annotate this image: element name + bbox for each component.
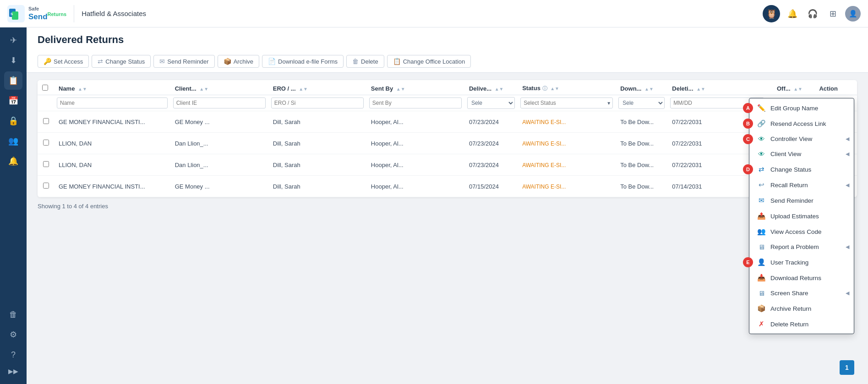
delete-return-icon: ✗ [757, 320, 766, 328]
sidebar-item-help[interactable]: ? [4, 346, 22, 364]
change-status-button[interactable]: ⇄ Change Status [92, 55, 151, 68]
sidebar-item-calendar[interactable]: 📅 [4, 92, 22, 110]
badge-b: B [743, 119, 753, 129]
owl-icon[interactable]: 🦉 [763, 5, 780, 22]
row-4-checkbox[interactable] [43, 183, 49, 189]
submenu-arrow-client: ◀ [846, 151, 849, 157]
header-ero[interactable]: ERO / ... ▲▼ [268, 80, 366, 95]
row-4-client: GE Money ... [170, 176, 268, 197]
deletion-sort-icon: ▲▼ [696, 87, 705, 92]
row-1-checkbox[interactable] [43, 118, 49, 124]
menu-item-screen-share[interactable]: 🖥 Screen Share ◀ [749, 286, 854, 301]
menu-screen-share-label: Screen Share [770, 290, 808, 297]
sidebar-expand-button[interactable]: ▶▶ [4, 366, 22, 377]
access-code-icon: 👥 [757, 227, 766, 236]
header-sent-by[interactable]: Sent By ▲▼ [366, 80, 464, 95]
sidebar-item-returns[interactable]: 📋 [4, 71, 22, 90]
menu-item-view-access-code[interactable]: 👥 View Access Code [749, 224, 854, 239]
page-number[interactable]: 1 [840, 360, 854, 375]
delete-button[interactable]: 🗑 Delete [346, 55, 384, 68]
link-icon: 🔗 [757, 119, 766, 128]
header-name[interactable]: Name ▲▼ [54, 80, 170, 95]
sidebar-item-lock[interactable]: 🔒 [4, 112, 22, 130]
set-access-button[interactable]: 🔑 Set Access [38, 55, 89, 68]
row-4-ero: Dill, Sarah [268, 176, 366, 197]
menu-item-delete-return[interactable]: ✗ Delete Return [749, 316, 854, 332]
select-all-checkbox[interactable] [42, 85, 48, 91]
recall-icon: ↩ [757, 181, 766, 189]
header-client[interactable]: Client... ▲▼ [170, 80, 268, 95]
change-status-menu-icon: ⇄ [757, 165, 766, 173]
menu-item-user-tracking[interactable]: E 👤 User Tracking [749, 254, 854, 270]
menu-item-upload-estimates[interactable]: 📤 Upload Estimates [749, 208, 854, 224]
toolbar: 🔑 Set Access ⇄ Change Status ✉ Send Remi… [38, 51, 857, 72]
row-3-checkbox[interactable] [43, 161, 49, 167]
menu-item-send-reminder[interactable]: ✉ Send Reminder [749, 193, 854, 208]
user-avatar-nav[interactable]: 👤 [845, 6, 861, 22]
set-access-label: Set Access [54, 58, 83, 65]
sidebar-item-send[interactable]: ✈ [4, 31, 22, 49]
header-deletion[interactable]: Deleti... ▲▼ [667, 80, 772, 95]
sidebar-item-inbox[interactable]: ⬇ [4, 51, 22, 70]
download-eform-icon: 📄 [268, 58, 276, 65]
row-1-client: GE Money ... [170, 111, 268, 133]
status-info-icon: ⓘ [542, 86, 547, 91]
pagination-area: 1 [840, 360, 854, 375]
header-delivered[interactable]: Delive... ▲▼ [464, 80, 518, 95]
menu-recall-return-label: Recall Return [770, 182, 808, 189]
menu-item-download-returns[interactable]: 📥 Download Returns [749, 270, 854, 286]
row-3-status: AWAITING E-SI... [518, 154, 616, 176]
logo-area: S Safe SendReturns [7, 5, 74, 22]
menu-item-archive-return[interactable]: 📦 Archive Return [749, 301, 854, 316]
badge-a: A [743, 103, 753, 113]
menu-item-resend-access-link[interactable]: B 🔗 Resend Access Link [749, 116, 854, 131]
menu-item-change-status[interactable]: D ⇄ Change Status [749, 162, 854, 177]
download-eform-label: Download e-file Forms [278, 58, 338, 65]
row-2-checkbox[interactable] [43, 140, 49, 146]
sidebar: ✈ ⬇ 📋 📅 🔒 👥 🔔 🗑 ⚙ ? ▶▶ [0, 27, 27, 384]
eye-icon: 👁 [757, 135, 766, 143]
reminder-icon: ✉ [757, 196, 766, 205]
send-reminder-icon: ✉ [159, 58, 165, 65]
download-eform-button[interactable]: 📄 Download e-file Forms [262, 55, 344, 68]
menu-item-recall-return[interactable]: ↩ Recall Return ◀ [749, 177, 854, 193]
filter-name-input[interactable] [57, 97, 168, 108]
row-1-ero: Dill, Sarah [268, 111, 366, 133]
eye2-icon: 👁 [757, 150, 766, 158]
headset-button[interactable]: 🎧 [805, 6, 820, 22]
filter-ero-input[interactable] [271, 97, 364, 108]
menu-item-controller-view[interactable]: C 👁 Controller View ◀ [749, 131, 854, 146]
notification-bell-button[interactable]: 🔔 [785, 6, 800, 22]
header-status[interactable]: Status ⓘ ▲▼ [518, 80, 616, 95]
change-office-button[interactable]: 📋 Change Office Location [387, 55, 471, 68]
header-office[interactable]: Off... ▲▼ [772, 80, 814, 95]
badge-c: C [743, 134, 753, 144]
filter-delivered-select[interactable]: Sele [467, 97, 515, 109]
content-area: Delivered Returns 🔑 Set Access ⇄ Change … [27, 27, 868, 384]
sidebar-item-bell[interactable]: 🔔 [4, 152, 22, 170]
row-4-sent-by: Hooper, Al... [366, 176, 464, 197]
filter-sent-by-input[interactable] [369, 97, 462, 108]
filter-client-input[interactable] [173, 97, 266, 108]
menu-item-client-view[interactable]: 👁 Client View ◀ [749, 146, 854, 162]
menu-send-reminder-label: Send Reminder [770, 197, 813, 204]
grid-button[interactable]: ⊞ [825, 6, 841, 22]
row-2-delivered: 07/23/2024 [464, 133, 518, 154]
delete-icon: 🗑 [352, 58, 359, 65]
badge-d: D [743, 164, 753, 174]
header-down[interactable]: Down... ▲▼ [616, 80, 667, 95]
sidebar-item-trash[interactable]: 🗑 [4, 305, 22, 324]
sidebar-item-settings[interactable]: ⚙ [4, 325, 22, 344]
filter-status-input[interactable] [520, 97, 613, 108]
send-reminder-button[interactable]: ✉ Send Reminder [153, 55, 214, 68]
ero-sort-icon: ▲▼ [299, 87, 308, 92]
edit-icon: ✏️ [757, 104, 766, 112]
archive-button[interactable]: 📦 Archive [218, 55, 259, 68]
sidebar-item-users[interactable]: 👥 [4, 132, 22, 150]
menu-item-edit-group-name[interactable]: A ✏️ Edit Group Name [749, 100, 854, 116]
archive-label: Archive [234, 58, 253, 65]
menu-item-report-problem[interactable]: 🖥 Report a Problem ◀ [749, 239, 854, 254]
filter-down-select[interactable]: Sele [618, 97, 665, 109]
row-1-sent-by: Hooper, Al... [366, 111, 464, 133]
delivered-sort-icon: ▲▼ [495, 87, 504, 92]
